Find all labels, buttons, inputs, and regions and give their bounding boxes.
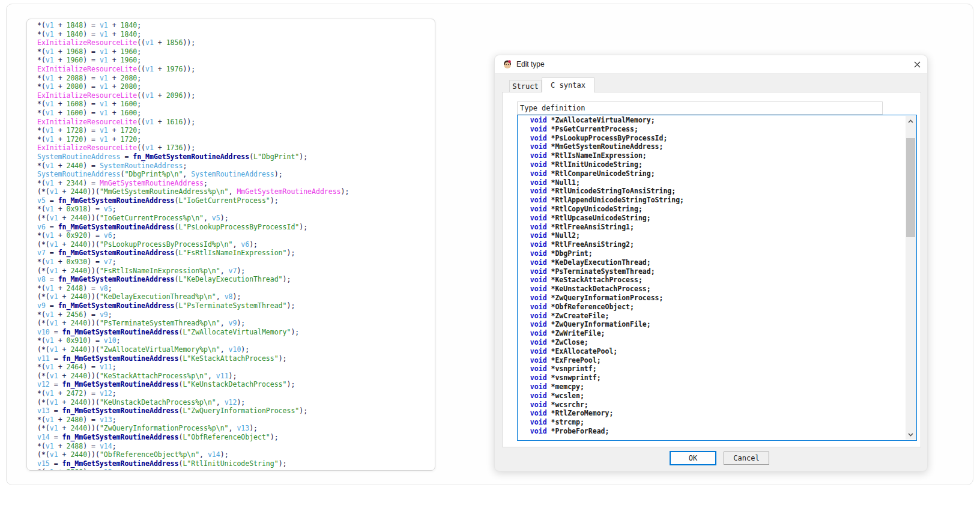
type-line: void *wcsrchr;: [522, 401, 904, 410]
code-line: (*(v1 + 2440))("IoGetCurrentProcess%p\n"…: [37, 214, 432, 223]
code-line: *(v1 + 0x920) = v6;: [37, 231, 432, 240]
code-line: v15 = fn_MmGetSystemRoutineAddress(L"Rtl…: [37, 459, 432, 468]
code-line: SystemRoutineAddress = fn_MmGetSystemRou…: [37, 153, 432, 162]
type-line: void *RtlFreeAnsiString1;: [522, 223, 904, 232]
type-line: void *ZwQueryInformationFile;: [522, 320, 904, 329]
code-line: ExInitializeResourceLite((v1 + 1856));: [37, 38, 432, 47]
code-line: *(v1 + 2480) = v13;: [37, 416, 432, 425]
code-line: *(v1 + 1960) = v1 + 1960;: [37, 56, 432, 65]
code-line: (*(v1 + 2440))("ObfReferenceObject%p\n",…: [37, 450, 432, 459]
code-line: *(v1 + 1728) = v1 + 1720;: [37, 126, 432, 135]
type-line: void *Null2;: [522, 231, 904, 240]
code-line: (*(v1 + 2440))("PsTerminateSystemThread%…: [37, 319, 432, 328]
code-line: (*(v1 + 2440))("PsLookupProcessByProcess…: [37, 240, 432, 249]
code-line: *(v1 + 2488) = v14;: [37, 442, 432, 451]
type-line: void *Null1;: [522, 178, 904, 187]
code-line: *(v1 + 1608) = v1 + 1600;: [37, 100, 432, 109]
code-line: v11 = fn_MmGetSystemRoutineAddress(L"KeS…: [37, 354, 432, 363]
code-line: v9 = fn_MmGetSystemRoutineAddress(L"PsTe…: [37, 301, 432, 310]
type-line: void *DbgPrint;: [522, 249, 904, 258]
type-line: void *RtlZeroMemory;: [522, 409, 904, 418]
code-line: (*(v1 + 2440))("MmGetSystemRoutineAddres…: [37, 187, 432, 196]
code-line: SystemRoutineAddress("DbgPrint%p\n", Sys…: [37, 170, 432, 179]
code-line: *(v1 + 2456) = v9;: [37, 310, 432, 319]
code-line: *(v1 + 1968) = v1 + 1960;: [37, 47, 432, 56]
type-line: void *vsnprintf;: [522, 364, 904, 373]
type-line: void *PsLookupProcessByProcessId;: [522, 134, 904, 143]
code-line: ExInitializeResourceLite((v1 + 1736));: [37, 144, 432, 153]
code-line: v5 = fn_MmGetSystemRoutineAddress(L"IoGe…: [37, 196, 432, 205]
type-definition-label: Type definition: [518, 102, 882, 112]
type-line: void *RtlCompareUnicodeString;: [522, 169, 904, 178]
type-line: void *RtlFreeAnsiString2;: [522, 240, 904, 249]
scrollbar-thumb[interactable]: [906, 138, 915, 237]
tab-page-c-syntax: Type definition void *ZwAllocateVirtualM…: [502, 92, 921, 447]
code-line: *(v1 + 2360) = v15;: [37, 468, 432, 471]
code-line: v13 = fn_MmGetSystemRoutineAddress(L"ZwQ…: [37, 407, 432, 416]
close-icon[interactable]: [909, 57, 925, 71]
pseudocode-panel[interactable]: *(v1 + 1848) = v1 + 1840;*(v1 + 1840) = …: [26, 19, 435, 471]
tab-c-syntax[interactable]: C syntax: [542, 77, 594, 92]
edit-type-dialog: Edit type Struct C syntax Type definitio…: [494, 55, 928, 471]
code-line: v14 = fn_MmGetSystemRoutineAddress(L"Obf…: [37, 433, 432, 442]
type-line: void *PsGetCurrentProcess;: [522, 125, 904, 134]
scroll-down-arrow-icon[interactable]: [906, 429, 916, 440]
type-line: void *ProbeForRead;: [522, 427, 904, 436]
code-line: *(v1 + 0x918) = v5;: [37, 205, 432, 214]
type-definition-editor[interactable]: void *ZwAllocateVirtualMemory; void *PsG…: [517, 115, 917, 441]
type-line: void *ZwQueryInformationProcess;: [522, 294, 904, 303]
vertical-scrollbar[interactable]: [906, 116, 916, 440]
code-line: (*(v1 + 2440))("KeUnstackDetachProcess%p…: [37, 398, 432, 407]
code-line: (*(v1 + 2440))("KeDelayExecutionThread%p…: [37, 292, 432, 301]
code-line: (*(v1 + 2440))("ZwQueryInformationProces…: [37, 424, 432, 433]
type-line: void *KeDelayExecutionThread;: [522, 258, 904, 267]
code-line: *(v1 + 1720) = v1 + 1720;: [37, 135, 432, 144]
type-line: void *MmGetSystemRoutineAddress;: [522, 142, 904, 151]
type-line: void *memcpy;: [522, 383, 904, 392]
code-line: (*(v1 + 2440))("ZwAllocateVirtualMemory%…: [37, 345, 432, 354]
code-line: *(v1 + 0x910) = v10;: [37, 336, 432, 345]
type-definition-label-frame: Type definition: [517, 101, 883, 115]
code-line: *(v1 + 2088) = v1 + 2080;: [37, 74, 432, 83]
type-line: void *RtlUnicodeStringToAnsiString;: [522, 187, 904, 196]
code-line: *(v1 + 1848) = v1 + 1840;: [37, 21, 432, 30]
code-line: *(v1 + 2440) = SystemRoutineAddress;: [37, 162, 432, 171]
type-line: void *KeUnstackDetachProcess;: [522, 285, 904, 294]
code-line: *(v1 + 2080) = v1 + 2080;: [37, 82, 432, 91]
code-line: *(v1 + 0x930) = v7;: [37, 258, 432, 267]
type-line: void *RtlIsNameInExpression;: [522, 151, 904, 160]
type-line: void *RtlAppendUnicodeStringToString;: [522, 196, 904, 205]
scroll-up-arrow-icon[interactable]: [906, 116, 916, 126]
code-line: v6 = fn_MmGetSystemRoutineAddress(L"PsLo…: [37, 223, 432, 232]
cancel-button[interactable]: Cancel: [724, 452, 769, 465]
code-line: *(v1 + 1600) = v1 + 1600;: [37, 109, 432, 118]
code-line: ExInitializeResourceLite((v1 + 1976));: [37, 65, 432, 74]
code-line: (*(v1 + 2440))("KeStackAttachProcess%p\n…: [37, 372, 432, 381]
screenshot-root: *(v1 + 1848) = v1 + 1840;*(v1 + 1840) = …: [0, 0, 980, 508]
code-line: ExInitializeResourceLite((v1 + 2096));: [37, 91, 432, 100]
code-line: ExInitializeResourceLite((v1 + 1616));: [37, 118, 432, 127]
code-line: *(v1 + 2448) = v8;: [37, 284, 432, 293]
type-line: void *ZwAllocateVirtualMemory;: [522, 116, 904, 125]
outer-frame: *(v1 + 1848) = v1 + 1840;*(v1 + 1840) = …: [6, 4, 973, 485]
type-line: void *ExAllocatePool;: [522, 347, 904, 356]
dialog-title: Edit type: [516, 60, 545, 68]
type-line: void *strcmp;: [522, 418, 904, 427]
type-line: void *ZwCreateFile;: [522, 312, 904, 321]
code-line: v12 = fn_MmGetSystemRoutineAddress(L"KeU…: [37, 380, 432, 389]
type-line: void *ObfReferenceObject;: [522, 303, 904, 312]
type-line: void *ZwClose;: [522, 338, 904, 347]
code-line: *(v1 + 1840) = v1 + 1840;: [37, 30, 432, 39]
code-line: *(v1 + 2472) = v12;: [37, 389, 432, 398]
code-line: v8 = fn_MmGetSystemRoutineAddress(L"KeDe…: [37, 275, 432, 284]
tab-struct[interactable]: Struct: [509, 80, 542, 92]
type-line: void *PsTerminateSystemThread;: [522, 267, 904, 276]
code-line: v7 = fn_MmGetSystemRoutineAddress(L"FsRt…: [37, 249, 432, 258]
type-line: void *RtlCopyUnicodeString;: [522, 205, 904, 214]
pseudocode-text: *(v1 + 1848) = v1 + 1840;*(v1 + 1840) = …: [37, 21, 432, 470]
ok-button[interactable]: OK: [670, 451, 716, 465]
dialog-titlebar[interactable]: Edit type: [495, 55, 927, 74]
code-line: *(v1 + 2464) = v11;: [37, 363, 432, 372]
type-line: void *RtlInitUnicodeString;: [522, 160, 904, 169]
code-line: v10 = fn_MmGetSystemRoutineAddress(L"ZwA…: [37, 328, 432, 337]
